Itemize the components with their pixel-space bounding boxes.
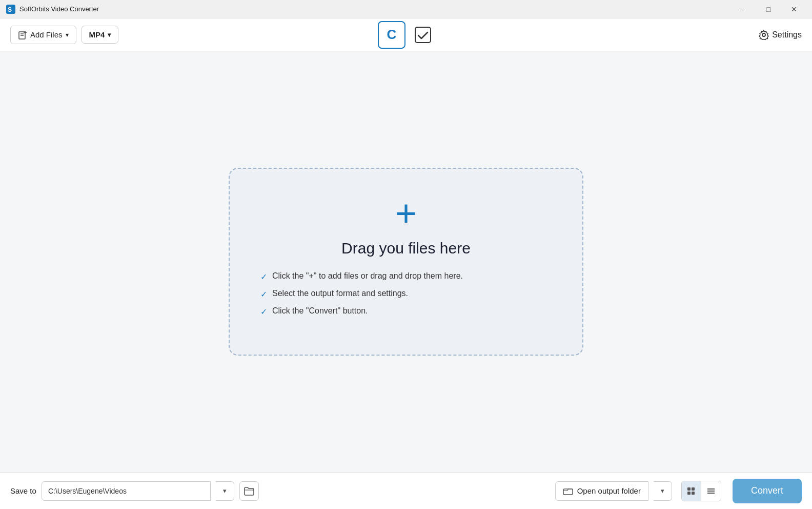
grid-view-icon (687, 487, 695, 495)
drop-hint-1: ✓ Click the "+" to add files or drag and… (260, 271, 552, 282)
output-folder-chevron-icon: ▾ (661, 487, 664, 495)
drop-hint-2: ✓ Select the output format and settings. (260, 289, 552, 299)
svg-rect-10 (687, 487, 691, 491)
hint-text-2: Select the output format and settings. (272, 289, 408, 298)
checkmark-button[interactable] (412, 24, 434, 46)
title-bar: S SoftOrbits Video Converter – □ ✕ (0, 0, 812, 18)
maximize-button[interactable]: □ (757, 2, 780, 17)
app-icon: S (6, 5, 15, 14)
browse-folder-button[interactable] (239, 481, 259, 501)
minimize-button[interactable]: – (731, 2, 755, 17)
toolbar-right: Settings (434, 30, 802, 40)
hint-text-1: Click the "+" to add files or drag and d… (272, 271, 463, 281)
grid-view-button[interactable] (682, 481, 701, 501)
open-output-folder-label: Open output folder (577, 486, 641, 495)
svg-rect-11 (692, 487, 695, 491)
add-files-icon (18, 30, 27, 40)
add-files-button[interactable]: Add Files ▾ (10, 26, 76, 44)
hint-text-3: Click the "Convert" button. (272, 306, 368, 316)
settings-label: Settings (772, 30, 802, 40)
plus-icon: + (395, 194, 417, 231)
list-view-icon (707, 487, 715, 495)
settings-gear-icon (759, 30, 769, 40)
svg-rect-13 (692, 492, 695, 495)
svg-point-8 (762, 33, 765, 36)
save-to-label: Save to (10, 486, 36, 495)
svg-rect-7 (415, 27, 431, 43)
drop-hints-list: ✓ Click the "+" to add files or drag and… (260, 271, 552, 324)
toolbar-left: Add Files ▾ MP4 ▾ (10, 26, 378, 44)
add-files-chevron-icon: ▾ (66, 31, 69, 38)
hint-check-icon-3: ✓ (260, 307, 267, 317)
list-view-button[interactable] (701, 481, 721, 501)
convert-button[interactable]: Convert (733, 479, 802, 503)
logo-button[interactable]: C (378, 21, 405, 49)
save-path-dropdown-button[interactable]: ▾ (216, 481, 234, 501)
output-folder-icon (563, 486, 573, 496)
drop-hint-3: ✓ Click the "Convert" button. (260, 306, 552, 317)
drop-zone[interactable]: + Drag you files here ✓ Click the "+" to… (229, 168, 583, 356)
drop-title: Drag you files here (341, 240, 471, 257)
toolbar-center: C (378, 21, 434, 49)
view-toggle-group (681, 481, 721, 501)
folder-open-icon (244, 486, 254, 496)
add-files-label: Add Files (30, 30, 63, 39)
save-path-chevron-icon: ▾ (223, 487, 227, 495)
settings-button[interactable]: Settings (759, 30, 802, 40)
toolbar: Add Files ▾ MP4 ▾ C Settings (0, 18, 812, 51)
format-chevron-icon: ▾ (108, 31, 111, 38)
window-title: SoftOrbits Video Converter (19, 5, 731, 13)
hint-check-icon-2: ✓ (260, 289, 267, 299)
save-path-input[interactable] (42, 481, 211, 501)
bottom-bar: Save to ▾ Open output folder ▾ (0, 472, 812, 509)
logo-c-letter: C (387, 27, 397, 43)
main-content: + Drag you files here ✓ Click the "+" to… (0, 51, 812, 472)
checkmark-icon (414, 26, 432, 44)
open-output-folder-button[interactable]: Open output folder (555, 481, 648, 501)
svg-rect-12 (687, 492, 691, 495)
format-selector-button[interactable]: MP4 ▾ (82, 26, 119, 44)
format-label: MP4 (89, 30, 105, 39)
hint-check-icon-1: ✓ (260, 272, 267, 282)
svg-text:S: S (8, 6, 12, 13)
close-button[interactable]: ✕ (782, 2, 806, 17)
output-folder-dropdown-button[interactable]: ▾ (654, 481, 672, 501)
window-controls: – □ ✕ (731, 2, 806, 17)
